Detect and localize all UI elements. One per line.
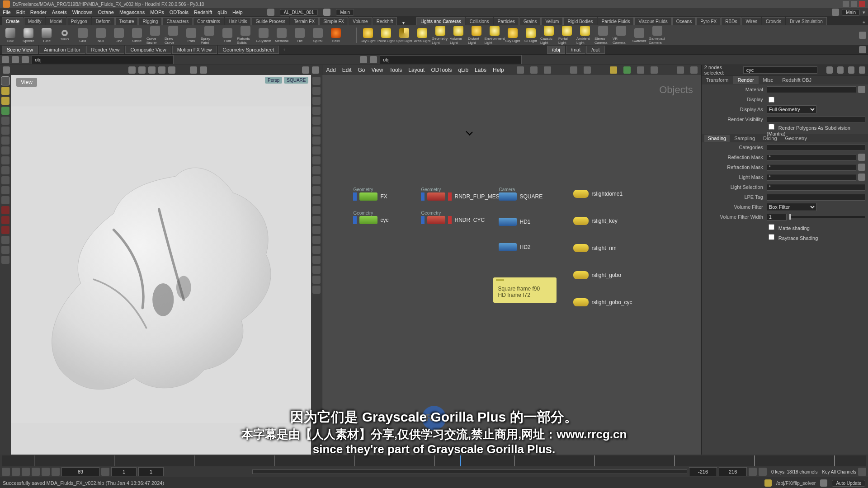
shelf-tool[interactable]: Gamepad Camera (649, 26, 666, 45)
matte-checkbox[interactable] (769, 224, 774, 230)
shelf-tool[interactable]: Spot Light (396, 28, 413, 43)
shelf-tool[interactable]: Geometry Light (432, 26, 449, 45)
net-menu-qlib[interactable]: qLib (458, 67, 468, 73)
view-tool-icon[interactable] (1, 156, 9, 164)
shelf-tool[interactable]: Distant Light (468, 26, 485, 45)
shelf-tab[interactable]: Constraints (193, 17, 224, 25)
pin-icon[interactable] (837, 66, 844, 74)
play-reverse-icon[interactable] (22, 468, 30, 476)
menu-assets[interactable]: Assets (52, 9, 67, 15)
op-chooser-icon[interactable] (858, 86, 865, 93)
node-rndr-cyc[interactable]: Geometry RNDR_CYC (421, 216, 485, 224)
menu-redshift[interactable]: Redshift (194, 9, 212, 15)
disp-tex-icon[interactable] (312, 276, 321, 284)
prev-key-icon[interactable] (12, 468, 20, 476)
network-tab[interactable]: /obj (547, 46, 565, 54)
shelf-tab[interactable]: Rigid Bodies (563, 17, 597, 25)
grid-snap-icon[interactable] (3, 66, 10, 74)
shelf-tab[interactable]: Polygon (67, 17, 91, 25)
node-light-dome[interactable]: rslightdome1 (573, 190, 623, 198)
disp-guide-icon[interactable] (312, 226, 321, 234)
pane-tab[interactable]: Render View (86, 46, 125, 54)
move-icon[interactable] (138, 66, 146, 74)
shelf-tab[interactable]: Simple FX (319, 17, 348, 25)
shelf-tab[interactable]: Collisions (466, 17, 493, 25)
shelf-tool[interactable]: Null (92, 28, 109, 43)
shelf-tab[interactable]: Hair Utils (225, 17, 251, 25)
param-tab[interactable]: Misc (759, 76, 778, 84)
menu-odtools[interactable]: ODTools (170, 9, 189, 15)
shelf-tab[interactable]: Wires (741, 17, 761, 25)
inspect-tool-icon[interactable] (1, 176, 9, 184)
last-frame-icon[interactable] (52, 468, 60, 476)
rotate-tool-icon[interactable] (1, 127, 9, 135)
disp-points-icon[interactable] (312, 77, 321, 85)
search-icon[interactable] (848, 66, 854, 74)
disp-field-icon[interactable] (312, 246, 321, 254)
home-icon[interactable] (323, 9, 330, 16)
scale-icon[interactable] (158, 66, 165, 74)
shelf-tool[interactable]: GI Light (522, 28, 539, 43)
disp-hull-icon[interactable] (312, 117, 321, 125)
disp-safe-icon[interactable] (312, 236, 321, 244)
node-light-gobo-cyc[interactable]: rslight_gobo_cyc (573, 298, 632, 306)
menu-file[interactable]: File (3, 9, 11, 15)
chevron-down-icon[interactable]: ▾ (863, 9, 865, 15)
shelf-tab[interactable]: Crowds (762, 17, 785, 25)
shelf-tab[interactable]: RBDs (721, 17, 741, 25)
disp-grid-icon[interactable] (312, 196, 321, 204)
help-icon[interactable] (312, 66, 319, 74)
menu-render[interactable]: Render (30, 9, 47, 15)
subtab[interactable]: Dicing (760, 135, 781, 142)
chevron-down-icon[interactable]: ▾ (402, 20, 405, 25)
camera-persp-badge[interactable]: Persp (265, 77, 282, 84)
nav-fwd-icon[interactable] (12, 56, 19, 63)
help-icon[interactable] (859, 66, 865, 74)
node-geo-fx[interactable]: Geometry FX (353, 192, 387, 201)
shelf-tab[interactable]: Texture (115, 17, 138, 25)
wrench-icon[interactable] (517, 66, 524, 74)
categories-input[interactable] (767, 144, 865, 151)
range-low-input[interactable] (689, 467, 717, 476)
disp-cone-icon[interactable] (312, 256, 321, 264)
subdiv-checkbox[interactable] (769, 124, 774, 130)
shelf-tab[interactable]: Volume (349, 17, 372, 25)
op-chooser-icon[interactable] (858, 154, 865, 161)
shelf-tool[interactable]: Point Light (377, 28, 395, 43)
shelf-tool[interactable]: Sphere (20, 28, 37, 43)
slider[interactable] (789, 216, 865, 218)
select-tool-icon[interactable] (1, 77, 9, 85)
raytrace-checkbox[interactable] (769, 234, 774, 240)
flag-display-icon[interactable] (610, 66, 617, 74)
flag-template-icon[interactable] (637, 66, 644, 74)
select-icon[interactable] (128, 66, 136, 74)
subtab[interactable]: Shading (704, 135, 730, 142)
node-geo-cyc[interactable]: Geometry cyc (353, 216, 388, 224)
shelf-tool[interactable]: Circle (128, 28, 146, 43)
render-visibility-input[interactable] (767, 116, 865, 123)
shelf-tab[interactable]: Pyro FX (696, 17, 721, 25)
playhead[interactable] (460, 455, 461, 466)
param-tab[interactable]: Transform (702, 76, 733, 84)
shelf-tool[interactable]: Font (219, 28, 236, 43)
node-name-input[interactable] (743, 66, 817, 74)
node-rndr-flip[interactable]: Geometry RNDR_FLIP_MESH (421, 192, 503, 201)
net-menu-view[interactable]: View (372, 67, 383, 73)
shelf-tool[interactable]: Path (183, 28, 200, 43)
realtime-icon[interactable] (759, 468, 767, 476)
shelf-tab[interactable]: Particles (494, 17, 519, 25)
display-flag-icon[interactable] (353, 192, 357, 201)
display-flag-icon[interactable] (421, 192, 425, 201)
menu-qlib[interactable]: qLib (217, 9, 227, 15)
menu-edit[interactable]: Edit (16, 9, 25, 15)
disp-prims-icon[interactable] (312, 107, 321, 115)
disp-shaded-icon[interactable] (312, 136, 321, 145)
display-options-icon[interactable] (302, 66, 309, 74)
rotate-icon[interactable] (148, 66, 156, 74)
light-selection-input[interactable] (767, 184, 865, 191)
node-light-key[interactable]: rslight_key (573, 217, 617, 225)
menu-help[interactable]: Help (232, 9, 243, 15)
network-icon[interactable] (1, 256, 9, 264)
net-menu-layout[interactable]: Layout (408, 67, 425, 73)
display-flag-icon[interactable] (353, 216, 357, 224)
